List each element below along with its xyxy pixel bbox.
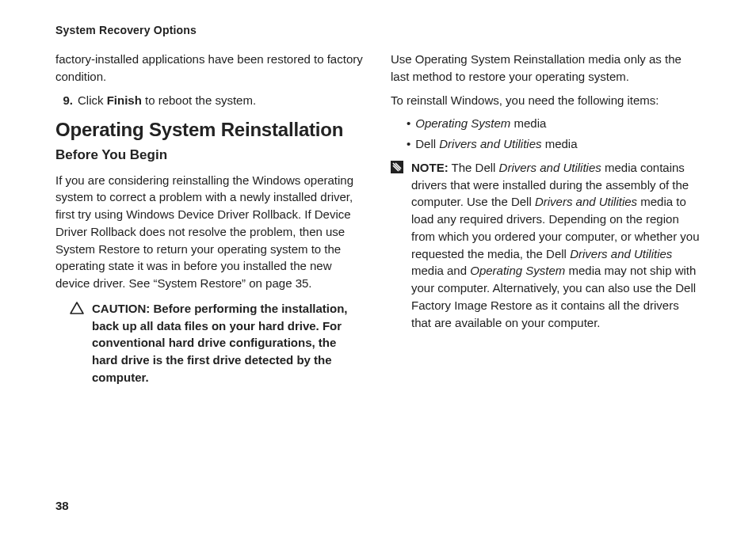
- subsection-heading: Before You Begin: [55, 146, 365, 165]
- note-s4-italic: Operating System: [470, 264, 565, 277]
- note-s1-italic: Drivers and Utilities: [499, 161, 601, 174]
- bullet2-after: media: [541, 137, 577, 150]
- section-heading: Operating System Reinstallation: [55, 116, 365, 144]
- step-9: 9. Click Finish to reboot the system.: [55, 92, 365, 109]
- bullet-text: Dell Drivers and Utilities media: [415, 135, 577, 153]
- step-text-bold: Finish: [107, 93, 142, 107]
- step-text-after: to reboot the system.: [142, 93, 256, 107]
- note-s1-before: The Dell: [449, 161, 499, 174]
- note-s3-after: media and: [411, 264, 470, 277]
- note-text: NOTE: The Dell Drivers and Utilities med…: [411, 159, 701, 332]
- items-list: • Operating System media • Dell Drivers …: [391, 115, 701, 153]
- bullet-text: Operating System media: [415, 115, 546, 132]
- note-label: NOTE:: [411, 161, 449, 174]
- note-icon: [391, 161, 407, 332]
- content-columns: factory-installed applications have been…: [55, 51, 701, 386]
- left-column: factory-installed applications have been…: [55, 51, 365, 386]
- bullet2-italic: Drivers and Utilities: [439, 137, 541, 150]
- bullet1-italic: Operating System: [415, 116, 510, 130]
- bullet2-before: Dell: [415, 137, 439, 150]
- bullet1-after: media: [510, 116, 546, 130]
- caution-icon: [70, 302, 87, 386]
- page-header: System Recovery Options: [55, 24, 701, 36]
- continued-paragraph: factory-installed applications have been…: [55, 51, 365, 86]
- bullet-dot: •: [407, 115, 410, 132]
- bullet-item-1: • Operating System media: [407, 115, 701, 132]
- note-s3-italic: Drivers and Utilities: [570, 247, 672, 260]
- before-you-begin-paragraph: If you are considering reinstalling the …: [55, 172, 365, 292]
- bullet-dot: •: [407, 135, 410, 153]
- step-number: 9.: [55, 92, 73, 109]
- page-number: 38: [55, 499, 69, 512]
- right-column: Use Operating System Reinstallation medi…: [391, 51, 701, 386]
- step-text: Click Finish to reboot the system.: [78, 92, 256, 109]
- caution-callout: CAUTION: Before performing the installat…: [70, 300, 365, 386]
- caution-text: CAUTION: Before performing the installat…: [92, 300, 365, 386]
- note-callout: NOTE: The Dell Drivers and Utilities med…: [391, 159, 701, 332]
- right-paragraph-2: To reinstall Windows, you need the follo…: [391, 92, 701, 109]
- document-page: System Recovery Options factory-installe…: [0, 0, 756, 536]
- bullet-item-2: • Dell Drivers and Utilities media: [407, 135, 701, 153]
- note-s2-italic: Drivers and Utilities: [535, 195, 637, 208]
- step-text-before: Click: [78, 93, 107, 107]
- right-paragraph-1: Use Operating System Reinstallation medi…: [391, 51, 701, 86]
